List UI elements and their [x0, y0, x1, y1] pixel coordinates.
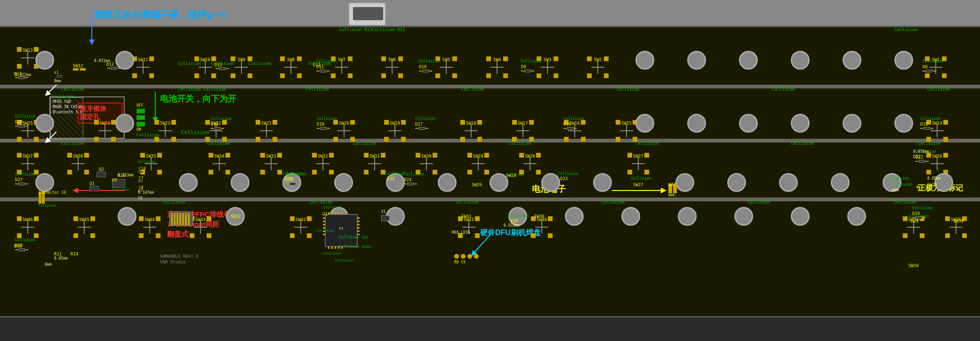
switch-SW2: SW2	[594, 56, 602, 61]
sw36-bl	[67, 170, 72, 174]
rail-collision-0: Collision	[61, 87, 84, 92]
large-pad-12	[687, 114, 706, 133]
sw4-bl	[486, 73, 491, 78]
dfu-pad-1	[454, 254, 459, 259]
sw31-label: SW31	[370, 154, 380, 159]
sw32-br	[329, 170, 334, 174]
sw2-br	[604, 73, 609, 78]
d27-coll: Collision	[15, 172, 35, 176]
bt-mfrs: MFRS Y&R	[53, 100, 71, 104]
arrow-battery-terminal	[612, 186, 668, 195]
switch-SW27: SW27	[633, 153, 643, 158]
large-pad-8	[739, 51, 758, 70]
switch-SW7: SW7	[338, 56, 345, 61]
rail-collision-12: Collision	[635, 141, 659, 146]
sw18-tr	[477, 120, 482, 125]
d14-label: D14	[14, 71, 22, 76]
u1-pin-t2	[331, 212, 333, 214]
sw6-bl	[381, 73, 386, 78]
u1-right-pins	[357, 217, 360, 235]
sw33-br	[277, 170, 282, 174]
sw19-br	[401, 137, 406, 142]
d15-body	[924, 127, 930, 130]
coll-d24: Collision	[385, 172, 405, 176]
sw27-label: SW27	[633, 154, 643, 159]
sw34-br	[225, 170, 230, 174]
sw14-br	[943, 137, 948, 142]
d14-lead2	[25, 77, 28, 78]
d9-lead1	[521, 71, 524, 71]
sw45-br	[90, 233, 95, 238]
d17-coll: Collision	[415, 117, 435, 121]
sw39-label: SW39	[908, 263, 919, 268]
rail-collision-15: Collision	[162, 200, 185, 205]
large-pad-7	[687, 51, 706, 70]
sw7-cross	[335, 61, 348, 74]
rail-collision-7: Collision	[927, 87, 950, 92]
fpc-pin-4	[179, 213, 181, 225]
bt-fixed-label: 蓝牙模块固定孔	[80, 105, 106, 121]
coll-sw28: Collision	[506, 173, 524, 177]
u1-pin-r5	[357, 230, 360, 232]
bat-area: BAT Coll 0mm	[668, 182, 677, 193]
switch-SW18: SW18	[466, 120, 476, 125]
fpc-pin-5	[182, 213, 184, 225]
d30-label: D30	[511, 219, 518, 223]
d8-body	[926, 70, 932, 72]
sw14-cross	[931, 124, 944, 137]
switch-SW4: SW4	[493, 56, 501, 61]
coll-u1-top: Collision	[323, 206, 341, 209]
meas-3: 0mm	[54, 79, 61, 83]
u5-label: U5	[112, 178, 117, 182]
switch-SW3: SW3	[544, 56, 551, 61]
usb-connector	[348, 2, 386, 26]
sw24-bl	[94, 137, 99, 142]
coll-d23: Collision	[558, 172, 578, 176]
fpc-pin-1	[171, 213, 173, 225]
fpc-pin-7	[188, 213, 190, 225]
sw11-label: SW11	[138, 57, 148, 62]
sw16-br	[581, 137, 586, 142]
sw38-br	[962, 233, 967, 238]
svg-line-6	[47, 132, 56, 141]
sw46-bl	[17, 233, 22, 238]
u1-pin-t3	[335, 212, 336, 214]
sw37-label: SW37	[23, 154, 33, 159]
sw15-label: SW15	[621, 121, 632, 126]
sw39-bl	[903, 233, 908, 238]
sw23-label: SW23	[160, 121, 170, 126]
sw31-tr	[381, 153, 386, 158]
sw8-cross	[284, 61, 297, 74]
sw40-tr	[548, 216, 553, 221]
rail-collision-10: Collision	[353, 141, 376, 146]
large-pad-25	[593, 173, 612, 192]
switch-SW33: SW33	[266, 153, 276, 158]
d14-body	[18, 76, 25, 79]
d11-lead1	[316, 71, 319, 71]
d27-lead2	[25, 183, 28, 184]
u1-pin-r2	[357, 221, 360, 222]
large-pad-5	[635, 51, 654, 70]
sw30-tr	[433, 153, 437, 158]
large-pad-40	[734, 207, 753, 226]
sw29-label: SW29	[473, 154, 483, 159]
coll-d25: Collision	[282, 172, 303, 176]
sw10-label: SW10	[200, 57, 210, 62]
sw43-tr	[207, 216, 211, 221]
switch-SW46: SW46	[23, 216, 33, 221]
sw35-cross	[145, 157, 158, 170]
d12-body	[219, 67, 225, 70]
d10-coll: Collision	[419, 59, 439, 63]
sw27-cross	[632, 157, 645, 170]
positive-symbol: +	[916, 182, 920, 192]
sw-on-label: ON	[137, 127, 160, 132]
u1-top-label: U1	[322, 212, 328, 216]
sw37-cross	[21, 157, 34, 170]
sw5-bl	[435, 73, 440, 78]
large-pad-2	[35, 173, 54, 192]
large-pad-4	[115, 114, 134, 133]
large-pad-26	[675, 173, 694, 192]
switch-SW23: SW23	[160, 120, 170, 125]
coll-c-area: Collision	[138, 160, 156, 164]
coll-right-1: Collision	[892, 182, 912, 187]
